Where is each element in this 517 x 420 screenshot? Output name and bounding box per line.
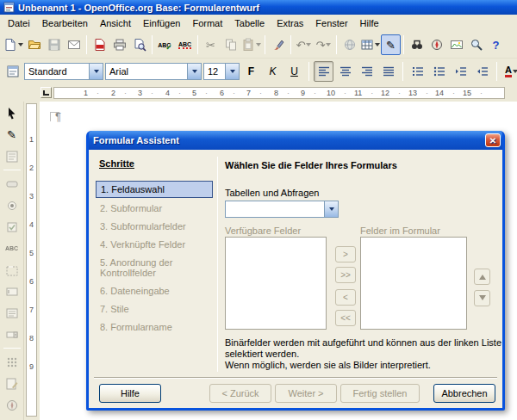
chevron-down-icon: [94, 70, 99, 73]
text-box-control[interactable]: [2, 281, 22, 301]
bullets-button[interactable]: [429, 61, 449, 82]
align-right-button[interactable]: [357, 61, 377, 82]
form-navigator-button[interactable]: [2, 395, 22, 415]
more-controls-button[interactable]: [2, 352, 22, 372]
undo-button[interactable]: ↶: [294, 34, 314, 55]
ruler-number: 14: [435, 89, 455, 97]
close-icon: ✕: [489, 136, 496, 145]
ruler-number: 9: [29, 362, 34, 371]
menu-item-hilfe[interactable]: Hilfe: [354, 15, 385, 31]
menu-item-fenster[interactable]: Fenster: [309, 15, 353, 31]
finish-button[interactable]: Fertig stellen: [340, 384, 420, 403]
form-design-button[interactable]: [2, 374, 22, 393]
menu-item-datei[interactable]: Datei: [2, 15, 36, 31]
step-item-anordnung[interactable]: 5. Anordnung der Kontrollfelder: [96, 255, 213, 281]
label-field-control[interactable]: ABC: [2, 238, 22, 258]
print-button[interactable]: [109, 34, 129, 55]
email-button[interactable]: [64, 34, 84, 55]
available-fields-listbox[interactable]: [225, 237, 327, 330]
cut-button[interactable]: ✂: [201, 34, 221, 55]
paste-button[interactable]: [240, 34, 262, 55]
bold-button[interactable]: F: [241, 62, 261, 81]
back-button[interactable]: < Zurück: [209, 384, 271, 403]
move-left-button[interactable]: <: [335, 289, 356, 306]
toolbar-separator: [152, 35, 153, 54]
show-draw-functions-button[interactable]: ✎: [381, 34, 401, 55]
spellcheck-button[interactable]: ABC ✓: [155, 34, 175, 55]
push-button-control[interactable]: [2, 174, 22, 194]
align-center-button[interactable]: [335, 61, 355, 82]
menu-item-einfuegen[interactable]: Einfügen: [137, 15, 186, 31]
underline-button[interactable]: U: [284, 62, 304, 81]
numbering-button[interactable]: [408, 61, 427, 82]
font-size-dropdown-button[interactable]: [225, 64, 239, 79]
check-box-control[interactable]: [2, 217, 22, 237]
find-replace-button[interactable]: [407, 34, 427, 55]
step-item-stile[interactable]: 7. Stile: [96, 301, 213, 317]
menu-item-ansicht[interactable]: Ansicht: [94, 15, 137, 31]
redo-button[interactable]: ↷: [314, 34, 333, 55]
menu-item-extras[interactable]: Extras: [271, 15, 309, 31]
move-all-left-button[interactable]: <<: [335, 310, 356, 326]
option-button-control[interactable]: [2, 195, 22, 215]
styles-window-button[interactable]: [3, 61, 22, 82]
page-preview-button[interactable]: [129, 34, 149, 55]
select-button[interactable]: [2, 103, 22, 123]
move-all-right-button[interactable]: >>: [335, 267, 356, 283]
increase-indent-button[interactable]: [472, 61, 492, 82]
italic-button[interactable]: K: [263, 62, 283, 81]
horizontal-ruler-strip[interactable]: 1 2 3 4 5 6 7 8 9 10 11 12 13 14 15: [53, 87, 505, 99]
new-document-button[interactable]: [3, 34, 24, 55]
tab-stop-selector[interactable]: [40, 87, 52, 98]
zoom-button[interactable]: [466, 34, 486, 55]
gallery-button[interactable]: [446, 34, 466, 55]
fields-in-form-listbox[interactable]: [360, 237, 467, 330]
help-button[interactable]: ?: [486, 34, 506, 55]
menu-item-tabelle[interactable]: Tabelle: [228, 15, 271, 31]
export-pdf-button[interactable]: [90, 34, 109, 55]
pencil-icon: ✎: [7, 129, 16, 140]
dialog-close-button[interactable]: ✕: [485, 133, 501, 147]
next-button[interactable]: Weiter >: [275, 384, 337, 403]
step-item-subformular[interactable]: 2. Subformular: [96, 201, 213, 216]
step-item-formularname[interactable]: 8. Formularname: [96, 319, 213, 335]
list-box-control[interactable]: [2, 303, 22, 323]
move-right-button[interactable]: >: [335, 246, 356, 262]
step-item-dateneingabe[interactable]: 6. Dateneingabe: [96, 283, 213, 299]
navigator-button[interactable]: [427, 34, 446, 55]
step-item-verknuepfte-felder[interactable]: 4. Verknüpfte Felder: [96, 237, 213, 252]
move-field-down-button[interactable]: [474, 290, 490, 306]
move-field-up-button[interactable]: [474, 269, 490, 285]
hyperlink-button[interactable]: [339, 34, 359, 55]
copy-button[interactable]: [221, 34, 240, 55]
save-button[interactable]: [44, 34, 64, 55]
decrease-indent-button[interactable]: [451, 61, 470, 82]
insert-table-button[interactable]: [359, 34, 381, 55]
ruler-number: 7: [29, 306, 34, 314]
control-properties-button[interactable]: [2, 146, 22, 166]
font-name-combo[interactable]: Arial: [105, 63, 202, 80]
font-size-combo[interactable]: 12: [203, 63, 240, 80]
tables-combo-dropdown-button[interactable]: [324, 201, 338, 217]
font-name-dropdown-button[interactable]: [187, 64, 201, 79]
font-color-button[interactable]: A: [501, 61, 517, 82]
align-left-button[interactable]: [314, 61, 333, 82]
open-button[interactable]: [24, 34, 44, 55]
tables-and-queries-combo[interactable]: [225, 201, 339, 218]
steps-content-divider: [217, 157, 218, 372]
step-item-feldauswahl[interactable]: 1. Feldauswahl: [96, 181, 213, 198]
paragraph-style-dropdown-button[interactable]: [89, 64, 103, 79]
justify-button[interactable]: [378, 61, 398, 82]
vertical-ruler-strip[interactable]: 1 2 3 4 5 6 7 8 9: [26, 103, 37, 417]
menu-item-bearbeiten[interactable]: Bearbeiten: [36, 15, 94, 31]
help-dialog-button[interactable]: Hilfe: [99, 384, 161, 403]
cancel-button[interactable]: Abbrechen: [433, 384, 495, 403]
menu-item-format[interactable]: Format: [186, 15, 228, 31]
format-paintbrush-button[interactable]: [268, 34, 288, 55]
combo-box-control[interactable]: [2, 324, 22, 344]
step-item-subformularfelder[interactable]: 3. Subformularfelder: [96, 219, 213, 234]
group-box-control[interactable]: [2, 260, 22, 280]
design-mode-button[interactable]: ✎: [2, 125, 22, 145]
auto-spellcheck-button[interactable]: ABC: [175, 34, 195, 55]
paragraph-style-combo[interactable]: Standard: [24, 63, 103, 80]
